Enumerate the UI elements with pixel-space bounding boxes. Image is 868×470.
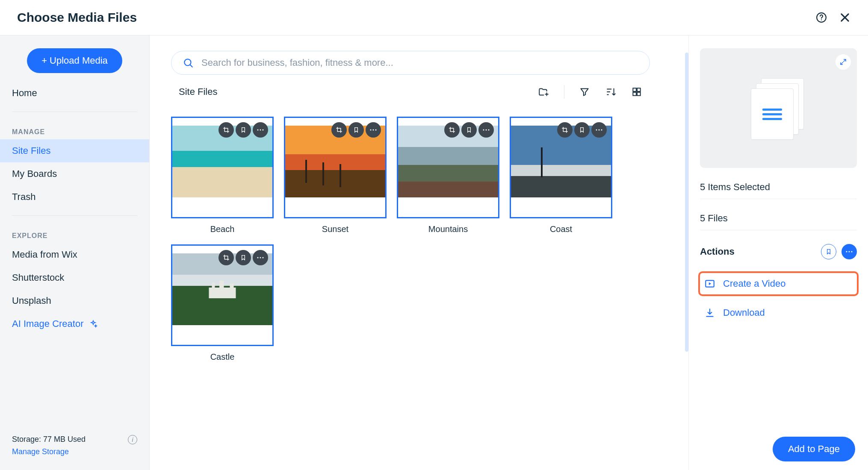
svg-point-20 [260,257,261,258]
more-icon [257,129,264,131]
more-icon [482,129,490,131]
files-count: 5 Files [700,207,857,230]
crop-button[interactable] [331,122,347,138]
bookmark-button[interactable] [236,250,251,265]
expand-button[interactable] [836,54,851,70]
bookmark-icon [240,254,247,261]
media-thumb-castle[interactable] [171,244,274,346]
more-actions-button[interactable] [841,244,857,259]
crop-button[interactable] [557,122,573,138]
media-thumb-mountains[interactable] [397,117,499,218]
bookmark-button[interactable] [236,122,251,138]
svg-point-15 [488,129,490,131]
download-icon [704,307,715,318]
more-button[interactable] [253,122,268,138]
sort-button[interactable] [605,86,617,97]
svg-point-23 [849,251,850,253]
ai-creator-label: AI Image Creator [12,318,84,329]
stack-icon [751,78,806,138]
nav-unsplash[interactable]: Unsplash [0,289,149,312]
svg-point-13 [483,129,484,131]
create-video-action[interactable]: Create a Video [700,273,857,294]
more-button[interactable] [591,122,607,138]
close-button[interactable] [839,12,851,24]
nav-my-boards[interactable]: My Boards [0,162,149,185]
add-to-page-button[interactable]: Add to Page [773,437,855,461]
new-folder-button[interactable] [537,86,549,97]
search-icon [183,57,194,68]
svg-point-21 [263,257,264,258]
actions-heading: Actions [700,246,735,257]
crop-icon [222,126,230,134]
help-icon [816,12,827,23]
separator [564,85,564,99]
bookmark-icon [579,126,585,134]
crop-button[interactable] [218,250,234,265]
svg-point-16 [596,129,597,131]
svg-rect-4 [637,88,641,91]
svg-point-1 [821,19,822,20]
nav-media-from-wix[interactable]: Media from Wix [0,243,149,266]
nav-ai-image-creator[interactable]: AI Image Creator [0,312,149,335]
bookmark-icon [240,126,247,134]
media-grid: Beach Sunset [171,117,676,362]
section-manage: MANAGE [0,119,149,139]
search-input[interactable] [201,57,638,68]
svg-point-9 [263,129,264,131]
help-button[interactable] [816,12,827,23]
media-card: Beach [171,117,274,234]
bookmark-icon [353,126,360,134]
nav-site-files[interactable]: Site Files [0,139,149,162]
svg-point-11 [373,129,374,131]
svg-point-17 [599,129,600,131]
nav-home[interactable]: Home [0,82,149,105]
bookmark-button[interactable] [348,122,364,138]
scrollbar[interactable] [685,53,688,352]
crop-button[interactable] [218,122,234,138]
media-card: Castle [171,244,274,362]
media-card: Mountains [397,117,499,234]
more-button[interactable] [253,250,268,265]
info-icon[interactable]: i [128,435,137,444]
selected-count: 5 Items Selected [700,176,857,199]
sort-icon [605,86,617,97]
download-action[interactable]: Download [700,302,857,323]
manage-storage-link[interactable]: Manage Storage [12,446,86,458]
svg-point-24 [851,251,853,253]
media-label: Castle [210,352,235,362]
media-thumb-beach[interactable] [171,117,274,218]
sidebar: + Upload Media Home MANAGE Site Files My… [0,35,150,470]
video-icon [704,278,715,289]
svg-point-12 [375,129,377,131]
crop-icon [448,126,456,134]
bookmark-button[interactable] [461,122,477,138]
divider [12,215,137,216]
more-button[interactable] [478,122,494,138]
filter-button[interactable] [579,86,590,97]
svg-rect-6 [637,92,641,96]
filter-icon [579,86,590,97]
close-icon [839,12,851,24]
nav-trash[interactable]: Trash [0,185,149,209]
more-button[interactable] [366,122,381,138]
grid-icon [631,86,642,97]
crop-icon [561,126,569,134]
media-card: Sunset [284,117,387,234]
header: Choose Media Files [0,0,868,35]
bookmark-all-button[interactable] [821,244,836,259]
bookmark-button[interactable] [574,122,590,138]
svg-point-22 [846,251,847,253]
media-thumb-sunset[interactable] [284,117,387,218]
nav-shutterstock[interactable]: Shutterstock [0,266,149,289]
media-thumb-coast[interactable] [510,117,612,218]
sparkle-icon [89,320,97,328]
search-bar[interactable] [171,51,650,75]
create-video-label: Create a Video [723,278,785,289]
media-label: Mountains [428,224,468,234]
more-icon [845,250,853,253]
download-label: Download [723,307,765,318]
svg-rect-5 [633,92,636,96]
view-grid-button[interactable] [631,86,642,97]
crop-button[interactable] [444,122,460,138]
upload-media-button[interactable]: + Upload Media [27,48,122,73]
